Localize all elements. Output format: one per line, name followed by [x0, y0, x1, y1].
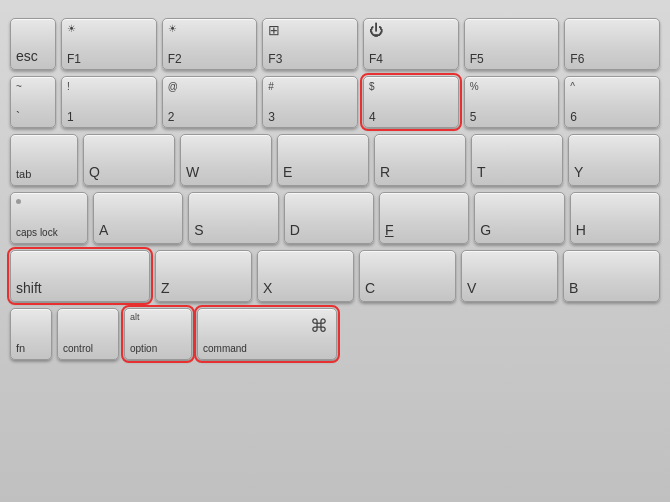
key-f3[interactable]: ⊞ F3: [262, 18, 358, 70]
key-y[interactable]: Y: [568, 134, 660, 186]
b-label: B: [569, 280, 578, 296]
a-label: A: [99, 222, 108, 238]
key-f[interactable]: F: [379, 192, 469, 244]
esc-label: esc: [16, 48, 38, 64]
2-top: @: [168, 81, 178, 92]
f3-top: ⊞: [268, 23, 280, 38]
tab-label: tab: [16, 168, 31, 180]
command-symbol: ⌘: [310, 315, 328, 337]
option-label: option: [130, 343, 157, 354]
tilde-bottom: `: [16, 111, 20, 123]
6-bottom: 6: [570, 111, 577, 123]
key-z[interactable]: Z: [155, 250, 252, 302]
option-alt-label: alt: [130, 313, 140, 323]
key-f2[interactable]: ☀ F2: [162, 18, 258, 70]
key-6[interactable]: ^ 6: [564, 76, 660, 128]
function-row: esc ☀ F1 ☀ F2 ⊞ F3 ⏻ F4 F5 F6: [10, 18, 660, 70]
key-c[interactable]: C: [359, 250, 456, 302]
key-command[interactable]: ⌘ command: [197, 308, 337, 360]
r-label: R: [380, 164, 390, 180]
5-top: %: [470, 81, 479, 92]
key-e[interactable]: E: [277, 134, 369, 186]
c-label: C: [365, 280, 375, 296]
x-label: X: [263, 280, 272, 296]
3-top: #: [268, 81, 274, 92]
key-shift[interactable]: shift: [10, 250, 150, 302]
4-top: $: [369, 81, 375, 92]
2-bottom: 2: [168, 111, 175, 123]
key-f6[interactable]: F6: [564, 18, 660, 70]
e-label: E: [283, 164, 292, 180]
key-tilde[interactable]: ~ `: [10, 76, 56, 128]
shift-label: shift: [16, 280, 42, 296]
f2-top: ☀: [168, 23, 177, 34]
z-label: Z: [161, 280, 170, 296]
key-h[interactable]: H: [570, 192, 660, 244]
s-label: S: [194, 222, 203, 238]
key-control[interactable]: control: [57, 308, 119, 360]
key-fn[interactable]: fn: [10, 308, 52, 360]
key-4[interactable]: $ 4: [363, 76, 459, 128]
key-esc[interactable]: esc: [10, 18, 56, 70]
key-w[interactable]: W: [180, 134, 272, 186]
key-q[interactable]: Q: [83, 134, 175, 186]
v-label: V: [467, 280, 476, 296]
key-s[interactable]: S: [188, 192, 278, 244]
1-top: !: [67, 81, 70, 92]
key-d[interactable]: D: [284, 192, 374, 244]
t-label: T: [477, 164, 486, 180]
h-label: H: [576, 222, 586, 238]
tilde-top: ~: [16, 81, 22, 92]
capslock-led: [16, 199, 21, 204]
key-2[interactable]: @ 2: [162, 76, 258, 128]
key-f4[interactable]: ⏻ F4: [363, 18, 459, 70]
f1-bottom: F1: [67, 53, 81, 65]
key-g[interactable]: G: [474, 192, 564, 244]
g-label: G: [480, 222, 491, 238]
command-label: command: [203, 343, 247, 354]
f5-bottom: F5: [470, 53, 484, 65]
key-f5[interactable]: F5: [464, 18, 560, 70]
asdf-row: caps lock A S D F G H: [10, 192, 660, 244]
key-5[interactable]: % 5: [464, 76, 560, 128]
5-bottom: 5: [470, 111, 477, 123]
f2-bottom: F2: [168, 53, 182, 65]
w-label: W: [186, 164, 199, 180]
q-label: Q: [89, 164, 100, 180]
1-bottom: 1: [67, 111, 74, 123]
key-f1[interactable]: ☀ F1: [61, 18, 157, 70]
keyboard: esc ☀ F1 ☀ F2 ⊞ F3 ⏻ F4 F5 F6 ~ `: [0, 0, 670, 502]
capslock-label: caps lock: [16, 227, 58, 238]
key-t[interactable]: T: [471, 134, 563, 186]
key-a[interactable]: A: [93, 192, 183, 244]
key-capslock[interactable]: caps lock: [10, 192, 88, 244]
3-bottom: 3: [268, 111, 275, 123]
6-top: ^: [570, 81, 575, 92]
f6-bottom: F6: [570, 53, 584, 65]
control-label: control: [63, 343, 93, 354]
key-option[interactable]: alt option: [124, 308, 192, 360]
fn-label: fn: [16, 342, 25, 354]
key-b[interactable]: B: [563, 250, 660, 302]
key-1[interactable]: ! 1: [61, 76, 157, 128]
key-tab[interactable]: tab: [10, 134, 78, 186]
number-row: ~ ` ! 1 @ 2 # 3 $ 4 % 5 ^ 6: [10, 76, 660, 128]
d-label: D: [290, 222, 300, 238]
f4-top: ⏻: [369, 23, 383, 38]
f3-bottom: F3: [268, 53, 282, 65]
key-r[interactable]: R: [374, 134, 466, 186]
y-label: Y: [574, 164, 583, 180]
f4-bottom: F4: [369, 53, 383, 65]
qwerty-row: tab Q W E R T Y: [10, 134, 660, 186]
f-label: F: [385, 222, 394, 238]
f1-top: ☀: [67, 23, 76, 34]
key-x[interactable]: X: [257, 250, 354, 302]
shift-row: shift Z X C V B: [10, 250, 660, 302]
4-bottom: 4: [369, 111, 376, 123]
key-v[interactable]: V: [461, 250, 558, 302]
key-3[interactable]: # 3: [262, 76, 358, 128]
bottom-row: fn control alt option ⌘ command: [10, 308, 660, 360]
